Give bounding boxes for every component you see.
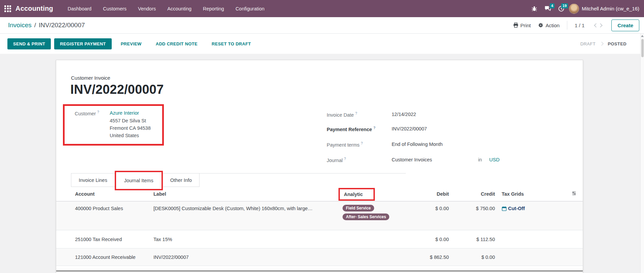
customer-field-label: Customer ? [75, 110, 110, 139]
help-icon: ? [355, 112, 357, 115]
menu-customers[interactable]: Customers [97, 0, 132, 17]
help-icon: ? [97, 110, 99, 114]
vertical-scrollbar[interactable] [640, 34, 644, 273]
invoice-sheet: Customer Invoice INV/2022/00007 Customer… [56, 60, 583, 273]
activities-badge: 19 [561, 3, 568, 8]
cell-label: INV/2022/00007 [153, 255, 343, 260]
activities-tray-button[interactable]: 19 [556, 3, 567, 14]
printer-icon [513, 23, 518, 28]
invoice-date-value[interactable]: 12/14/2022 [392, 112, 416, 118]
cell-credit: $ 112.50 [449, 237, 495, 242]
apps-menu-icon[interactable] [0, 0, 15, 17]
bug-icon [531, 6, 537, 12]
table-bottom-border [56, 271, 583, 271]
journal-items-annotation-box: Journal Items [115, 171, 163, 190]
payment-terms-link[interactable]: End of Following Month [392, 142, 443, 148]
debug-bug-icon[interactable] [529, 3, 540, 14]
cell-debit: $ 862.50 [413, 255, 449, 260]
currency-link[interactable]: USD [489, 157, 500, 162]
register-payment-button[interactable]: REGISTER PAYMENT [54, 38, 111, 49]
cell-analytic-tags: Field Service After- Sales Services [343, 205, 413, 220]
create-button[interactable]: Create [611, 20, 639, 31]
systray: 4 19 Mitchell Admin (cw_e_16) [529, 0, 641, 17]
notebook-tabs: Invoice Lines Journal Items Other Info [71, 173, 406, 187]
analytic-tag: After- Sales Services [343, 213, 389, 220]
app-name[interactable]: Accounting [15, 5, 53, 12]
cut-off-label: Cut-Off [508, 206, 525, 211]
address-line: 4557 De Silva St [110, 117, 159, 124]
messages-badge: 4 [550, 3, 554, 8]
document-type-label: Customer Invoice [71, 75, 110, 81]
cell-label: [DESK0005] Customizable Desk (Custom, Wh… [153, 206, 343, 211]
form-view-background: Customer Invoice INV/2022/00007 Customer… [0, 54, 644, 273]
breadcrumb-current: INV/2022/00007 [39, 22, 85, 29]
top-navbar: Accounting Dashboard Customers Vendors A… [0, 0, 644, 17]
divider [567, 21, 567, 30]
table-row[interactable]: 121000 Account Receivable INV/2022/00007… [56, 248, 583, 266]
breadcrumb-divider: / [34, 22, 36, 29]
journal-in-label: in [478, 157, 482, 162]
invoice-number-title: INV/2022/00007 [70, 82, 164, 97]
header-credit[interactable]: Credit [449, 191, 495, 197]
table-row[interactable]: 251000 Tax Received Tax 15% $ 0.00 $ 112… [56, 230, 583, 248]
header-tax-grids[interactable]: Tax Grids [495, 191, 557, 197]
menu-reporting[interactable]: Reporting [197, 0, 230, 17]
scrollbar-thumb[interactable] [641, 39, 644, 57]
analytic-annotation-box: Analytic [338, 188, 375, 201]
header-debit[interactable]: Debit [413, 191, 449, 197]
user-avatar[interactable] [569, 4, 579, 14]
reset-to-draft-button[interactable]: RESET TO DRAFT [206, 38, 257, 49]
cell-credit: $ 0.00 [449, 255, 495, 260]
form-statusbar: SEND & PRINT REGISTER PAYMENT PREVIEW AD… [0, 34, 644, 54]
print-button[interactable]: Print [513, 23, 531, 28]
print-label: Print [521, 23, 531, 28]
control-panel: Invoices / INV/2022/00007 Print Action [0, 17, 644, 34]
optional-columns-icon[interactable] [571, 191, 577, 197]
payment-terms-row: Payment terms ? End of Following Month [327, 142, 569, 148]
gear-icon [538, 23, 543, 28]
preview-button[interactable]: PREVIEW [115, 38, 147, 49]
payment-reference-row: Payment Reference ? INV/2022/00007 [327, 126, 569, 132]
cell-debit: $ 0.00 [413, 206, 449, 211]
scroll-up-arrow-icon[interactable] [641, 35, 644, 37]
send-and-print-button[interactable]: SEND & PRINT [7, 38, 51, 49]
journal-items-table: Account Label Analytic Debit Credit Tax … [56, 187, 583, 266]
cut-off-button[interactable]: Cut-Off [495, 206, 557, 211]
user-name[interactable]: Mitchell Admin (cw_e_16) [581, 6, 641, 11]
tab-journal-items[interactable]: Journal Items [116, 172, 162, 189]
messages-tray-button[interactable]: 4 [542, 3, 553, 14]
address-line: Fremont CA 94538 [110, 124, 159, 132]
table-row[interactable]: 400000 Product Sales [DESK0005] Customiz… [56, 201, 583, 230]
address-line: United States [110, 132, 159, 139]
invoice-date-row: Invoice Date ? 12/14/2022 [327, 112, 569, 118]
help-icon: ? [373, 126, 375, 130]
customer-link[interactable]: Azure Interior [110, 110, 139, 116]
payment-reference-label: Payment Reference ? [327, 126, 392, 132]
main-menu: Dashboard Customers Vendors Accounting R… [62, 0, 270, 17]
tab-invoice-lines[interactable]: Invoice Lines [71, 173, 115, 187]
cell-debit: $ 0.00 [413, 237, 449, 242]
menu-accounting[interactable]: Accounting [162, 0, 197, 17]
menu-vendors[interactable]: Vendors [132, 0, 162, 17]
menu-dashboard[interactable]: Dashboard [62, 0, 97, 17]
help-icon: ? [344, 157, 346, 161]
state-draft[interactable]: DRAFT [580, 41, 596, 46]
journal-label: Journal ? [327, 157, 392, 163]
state-posted[interactable]: POSTED [608, 41, 627, 46]
breadcrumb-invoices-link[interactable]: Invoices [8, 22, 32, 29]
pager-value[interactable]: 1 / 1 [575, 23, 584, 28]
tab-other-info[interactable]: Other Info [163, 173, 200, 187]
state-widget: DRAFT POSTED [580, 41, 627, 46]
journal-value[interactable]: Customer Invoices [392, 157, 432, 163]
action-button[interactable]: Action [538, 23, 560, 28]
header-analytic[interactable]: Analytic [344, 192, 363, 197]
cell-account: 121000 Account Receivable [75, 255, 153, 260]
header-label[interactable]: Label [153, 191, 343, 197]
pager-previous-icon[interactable] [594, 23, 598, 28]
pager-next-icon[interactable] [598, 23, 603, 28]
menu-configuration[interactable]: Configuration [230, 0, 270, 17]
payment-reference-value[interactable]: INV/2022/00007 [392, 126, 427, 132]
add-credit-note-button[interactable]: ADD CREDIT NOTE [150, 38, 203, 49]
header-account[interactable]: Account [75, 191, 153, 197]
state-chevron-icon [600, 42, 603, 45]
